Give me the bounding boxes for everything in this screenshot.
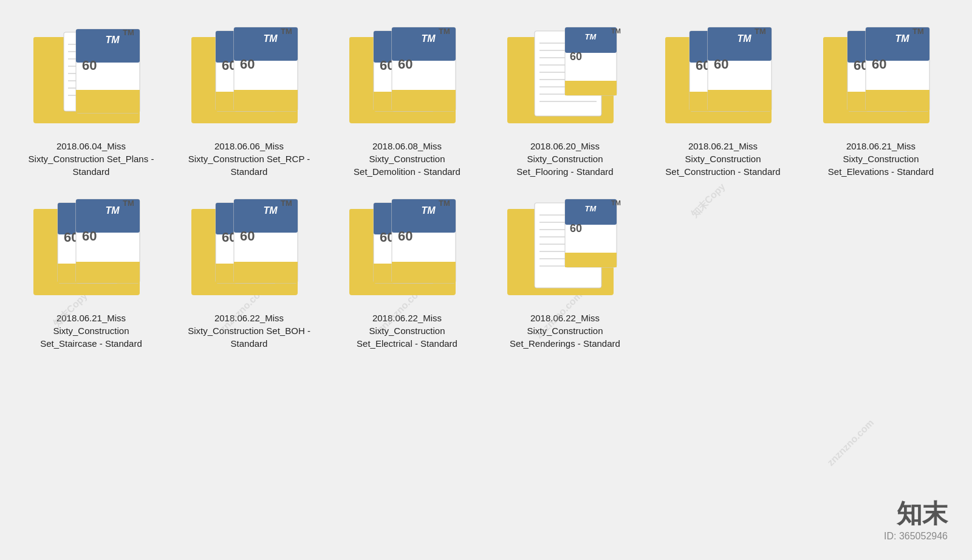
svg-text:TM: TM: [895, 33, 909, 44]
svg-rect-41: [392, 90, 456, 111]
folder-label-4: 2018.06.20_Miss Sixty_Construction Set_F…: [501, 140, 629, 178]
svg-text:TM: TM: [611, 27, 621, 35]
folder-icon-8: TM TM 60 TM TM 60: [188, 196, 310, 306]
logo-text: 知末: [884, 497, 948, 531]
svg-text:TM: TM: [123, 199, 134, 208]
folder-label-7: 2018.06.21_Miss Sixty_Construction Set_S…: [27, 312, 155, 350]
svg-text:TM: TM: [912, 27, 924, 36]
folder-item-7[interactable]: TM TM 60 TM TM 60 2018.06.21_Miss Sixty_…: [24, 196, 158, 350]
svg-rect-129: [392, 262, 456, 283]
svg-text:TM: TM: [421, 33, 436, 44]
folder-icon-6: TM TM 60 TM TM 60: [820, 24, 942, 134]
folder-item-10[interactable]: TM TM 60 2018.06.22_Miss Sixty_Construct…: [498, 196, 632, 350]
svg-text:60: 60: [82, 228, 97, 244]
folder-icon-3: TM TM 60 TM TM 60: [346, 24, 468, 134]
folder-item-8[interactable]: TM TM 60 TM TM 60 2018.06.22_Miss Sixty_…: [182, 196, 316, 350]
svg-text:TM: TM: [439, 199, 450, 208]
svg-text:TM: TM: [585, 32, 597, 41]
folder-icon-4: TM TM 60: [504, 24, 626, 134]
svg-text:TM: TM: [281, 199, 292, 208]
svg-text:TM: TM: [439, 27, 450, 36]
svg-text:TM: TM: [105, 205, 120, 216]
svg-text:60: 60: [570, 50, 582, 63]
svg-text:TM: TM: [281, 27, 292, 36]
folder-label-3: 2018.06.08_Miss Sixty_Construction Set_D…: [343, 140, 471, 178]
svg-rect-73: [708, 90, 772, 111]
svg-text:60: 60: [240, 228, 255, 244]
folder-item-2[interactable]: TM TM 60 TM TM 60 2018.06.06_Miss Sixty_…: [182, 24, 316, 178]
svg-text:TM: TM: [105, 35, 120, 45]
svg-rect-115: [234, 262, 298, 283]
svg-text:TM: TM: [263, 205, 278, 216]
svg-text:60: 60: [872, 56, 886, 72]
svg-text:TM: TM: [737, 33, 751, 44]
folder-icon-7: TM TM 60 TM TM 60: [30, 196, 152, 306]
folder-item-1[interactable]: TM TM 60 2018.06.04_Miss Sixty_Construct…: [24, 24, 158, 178]
svg-text:TM: TM: [611, 199, 621, 207]
svg-text:60: 60: [398, 228, 412, 244]
svg-rect-27: [234, 90, 298, 111]
folder-label-1: 2018.06.04_Miss Sixty_Construction Set_P…: [27, 140, 155, 178]
folder-icon-1: TM TM 60: [30, 24, 152, 134]
folder-icon-10: TM TM 60: [504, 196, 626, 306]
svg-text:TM: TM: [263, 33, 278, 44]
folder-item-9[interactable]: TM TM 60 TM TM 60 2018.06.22_Miss Sixty_…: [340, 196, 474, 350]
folder-item-6[interactable]: TM TM 60 TM TM 60 2018.06.21_Miss Sixty_…: [814, 24, 948, 178]
svg-text:60: 60: [570, 222, 582, 234]
svg-rect-59: [565, 81, 617, 95]
svg-text:TM: TM: [421, 205, 436, 216]
folder-label-10: 2018.06.22_Miss Sixty_Construction Set_R…: [501, 312, 629, 350]
folder-label-5: 2018.06.21_Miss Sixty_Construction Set_C…: [659, 140, 787, 178]
svg-text:60: 60: [398, 56, 412, 72]
svg-rect-146: [565, 253, 617, 267]
folder-item-5[interactable]: TM TM 60 TM TM 60 2018.06.21_Miss Sixty_…: [656, 24, 790, 178]
folder-icon-5: TM TM 60 TM TM 60: [662, 24, 784, 134]
logo-id: ID: 365052946: [884, 531, 948, 541]
svg-text:TM: TM: [123, 28, 134, 37]
svg-text:TM: TM: [585, 204, 597, 213]
svg-text:60: 60: [82, 58, 97, 73]
folder-label-9: 2018.06.22_Miss Sixty_Construction Set_E…: [343, 312, 471, 350]
svg-rect-13: [76, 90, 140, 113]
svg-text:60: 60: [714, 56, 728, 72]
folder-icon-2: TM TM 60 TM TM 60: [188, 24, 310, 134]
folder-label-6: 2018.06.21_Miss Sixty_Construction Set_E…: [817, 140, 945, 178]
svg-text:60: 60: [240, 56, 255, 72]
svg-text:TM: TM: [755, 27, 766, 36]
folder-label-2: 2018.06.06_Miss Sixty_Construction Set_R…: [185, 140, 313, 178]
folder-icon-9: TM TM 60 TM TM 60: [346, 196, 468, 306]
folder-item-4[interactable]: TM TM 60 2018.06.20_Miss Sixty_Construct…: [498, 24, 632, 178]
svg-rect-101: [76, 262, 140, 283]
folder-label-8: 2018.06.22_Miss Sixty_Construction Set_B…: [185, 312, 313, 350]
folder-item-3[interactable]: TM TM 60 TM TM 60 2018.06.08_Miss Sixty_…: [340, 24, 474, 178]
brand-logo: 知末 ID: 365052946: [884, 497, 948, 542]
svg-rect-87: [866, 90, 929, 111]
folder-grid: TM TM 60 2018.06.04_Miss Sixty_Construct…: [0, 0, 972, 374]
